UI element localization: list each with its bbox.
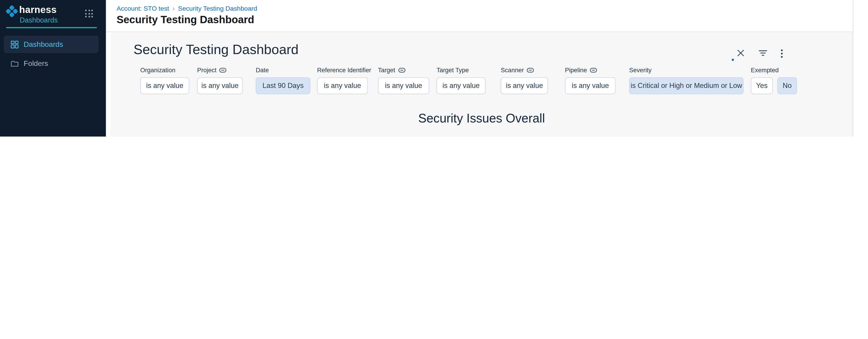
filter-value-button[interactable]: is any value xyxy=(565,77,616,94)
filter-pipeline: Pipelineis any value xyxy=(565,66,616,94)
module-divider xyxy=(6,27,97,28)
exempted-yes-button[interactable]: Yes xyxy=(751,77,773,94)
filter-label: Pipeline xyxy=(565,66,616,74)
filter-exempted: ExemptedYesNo xyxy=(751,66,797,94)
filter-value-button[interactable]: is any value xyxy=(501,77,548,94)
top-header: Account: STO test › Security Testing Das… xyxy=(106,0,868,32)
dashboard-panel: Security Testing Dashboard Organizationi… xyxy=(111,32,853,137)
harness-logo-icon xyxy=(6,5,18,18)
link-icon xyxy=(219,67,226,73)
filter-value-button[interactable]: is any value xyxy=(197,77,243,94)
unsaved-indicator-dot xyxy=(732,59,734,61)
dashboard-title: Security Testing Dashboard xyxy=(133,42,299,58)
filter-label: Date xyxy=(256,66,310,74)
page-title: Security Testing Dashboard xyxy=(117,13,254,26)
filter-label: Exempted xyxy=(751,66,797,74)
filter-label: Target Type xyxy=(436,66,486,74)
link-icon xyxy=(527,67,534,73)
dashboards-icon xyxy=(11,40,19,48)
filter-label: Severity xyxy=(629,66,743,74)
filter-label: Organization xyxy=(140,66,189,74)
apps-grid-icon[interactable] xyxy=(85,9,93,18)
filter-severity: Severityis Critical or High or Medium or… xyxy=(629,66,743,94)
filter-project: Projectis any value xyxy=(197,66,243,94)
filter-scanner: Scanneris any value xyxy=(501,66,548,94)
link-icon xyxy=(590,67,597,73)
kebab-menu-icon[interactable] xyxy=(781,49,790,58)
module-label: Dashboards xyxy=(20,16,58,24)
breadcrumb-page-link[interactable]: Security Testing Dashboard xyxy=(178,5,257,12)
filter-value-button[interactable]: is any value xyxy=(436,77,486,94)
filter-label: Reference Identifier xyxy=(317,66,371,74)
dashboard-actions xyxy=(737,49,790,58)
close-icon[interactable] xyxy=(737,49,746,58)
filter-label: Project xyxy=(197,66,243,74)
filter-organization: Organizationis any value xyxy=(140,66,189,94)
filter-icon[interactable] xyxy=(758,49,768,58)
filter-label: Scanner xyxy=(501,66,548,74)
exempted-no-button[interactable]: No xyxy=(777,77,797,94)
breadcrumb: Account: STO test › Security Testing Das… xyxy=(117,4,257,12)
sidebar-item-dashboards[interactable]: Dashboards xyxy=(4,35,98,53)
filter-value-button[interactable]: is any value xyxy=(317,77,368,94)
sidebar-item-label: Dashboards xyxy=(24,40,63,48)
breadcrumb-account-link[interactable]: Account: STO test xyxy=(117,5,169,12)
section-title: Security Issues Overall xyxy=(111,111,853,126)
sidebar: harness Dashboards Dashboards Fold xyxy=(0,0,106,137)
filter-reference-identifier: Reference Identifieris any value xyxy=(317,66,371,94)
harness-dashboard-app: harness Dashboards Dashboards Fold xyxy=(0,0,868,137)
filter-target-type: Target Typeis any value xyxy=(436,66,486,94)
filter-date: DateLast 90 Days xyxy=(256,66,310,94)
vertical-scrollbar[interactable] xyxy=(853,0,868,137)
sidebar-item-folders[interactable]: Folders xyxy=(4,55,98,72)
harness-logo[interactable]: harness Dashboards xyxy=(6,4,101,26)
filter-bar: Organizationis any valueProjectis any va… xyxy=(140,66,797,94)
link-icon xyxy=(398,67,405,73)
filter-value-button[interactable]: is any value xyxy=(378,77,429,94)
filter-value-button[interactable]: is any value xyxy=(140,77,189,94)
filter-value-button[interactable]: is Critical or High or Medium or Low xyxy=(629,77,743,94)
sidebar-item-label: Folders xyxy=(24,59,48,68)
chevron-right-icon: › xyxy=(173,4,175,12)
folder-icon xyxy=(11,59,19,67)
filter-label: Target xyxy=(378,66,429,74)
logo-text: harness xyxy=(19,4,57,16)
filter-value-button[interactable]: Last 90 Days xyxy=(256,77,310,94)
filter-target: Targetis any value xyxy=(378,66,429,94)
